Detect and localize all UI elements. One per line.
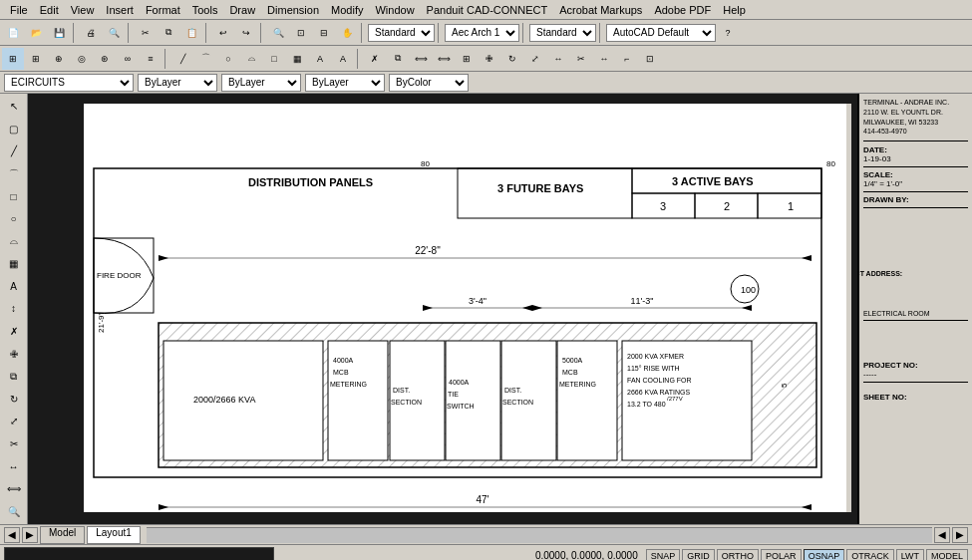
- select-tool[interactable]: ▢: [3, 119, 25, 140]
- move-tool[interactable]: ✙: [479, 48, 500, 70]
- polyline-left[interactable]: ⌒: [3, 163, 25, 185]
- rotate-left[interactable]: ↻: [3, 389, 25, 411]
- line-left[interactable]: ╱: [3, 140, 25, 162]
- hatch-left[interactable]: ▦: [3, 253, 25, 275]
- circle-left[interactable]: ○: [3, 208, 25, 230]
- stretch-tool[interactable]: ↔: [547, 48, 569, 70]
- rect-tool[interactable]: □: [263, 48, 285, 70]
- snap-btn[interactable]: SNAP: [646, 549, 681, 561]
- redo-button[interactable]: ↪: [235, 22, 257, 44]
- offset-tool[interactable]: ⟺: [433, 48, 455, 70]
- model-btn[interactable]: MODEL: [926, 549, 968, 561]
- text-tool[interactable]: A: [309, 48, 331, 70]
- ortho-toggle[interactable]: ⊕: [48, 48, 70, 70]
- dim-left[interactable]: ↕: [3, 298, 25, 320]
- model-tab[interactable]: Model: [40, 526, 85, 544]
- plot-style-dropdown[interactable]: ByColor: [389, 74, 469, 92]
- rotate-tool[interactable]: ↻: [501, 48, 523, 70]
- style-combo[interactable]: Standard: [529, 24, 596, 42]
- text-left[interactable]: A: [3, 276, 25, 298]
- ortho-btn[interactable]: ORTHO: [717, 549, 759, 561]
- scale-left[interactable]: ⤢: [3, 411, 25, 432]
- polar-toggle[interactable]: ◎: [71, 48, 93, 70]
- tab-scroll-right[interactable]: ▶: [952, 527, 968, 543]
- next-tab-btn[interactable]: ▶: [22, 527, 38, 543]
- move-left[interactable]: ✙: [3, 343, 25, 365]
- explode-tool[interactable]: ⊡: [639, 48, 661, 70]
- fillet-tool[interactable]: ⌐: [616, 48, 638, 70]
- menu-help[interactable]: Help: [717, 3, 752, 17]
- copy-left[interactable]: ⧉: [3, 366, 25, 388]
- zoom-left[interactable]: 🔍: [3, 500, 25, 522]
- zoom-realtime[interactable]: 🔍: [267, 22, 289, 44]
- copy-tool[interactable]: ⧉: [387, 48, 409, 70]
- menu-adobe-pdf[interactable]: Adobe PDF: [648, 3, 717, 17]
- grid-btn[interactable]: GRID: [682, 549, 715, 561]
- hatch-tool[interactable]: ▦: [286, 48, 308, 70]
- lineweight-dropdown[interactable]: ByLayer: [305, 74, 385, 92]
- mirror-left[interactable]: ⟺: [3, 478, 25, 500]
- scale-tool[interactable]: ⤢: [524, 48, 546, 70]
- undo-button[interactable]: ↩: [212, 22, 234, 44]
- print-button[interactable]: 🖨: [80, 22, 102, 44]
- grid-toggle[interactable]: ⊞: [25, 48, 47, 70]
- drawing-area[interactable]: DISTRIBUTION PANELS 3 FUTURE BAYS 3 ACTI…: [28, 94, 857, 524]
- lwt-btn[interactable]: LWT: [896, 549, 924, 561]
- prev-tab-btn[interactable]: ◀: [4, 527, 20, 543]
- copy-button[interactable]: ⧉: [158, 22, 179, 44]
- arc-tool[interactable]: ⌓: [240, 48, 262, 70]
- menu-cad-connect[interactable]: Panduit CAD-CONNECT: [421, 3, 554, 17]
- circle-tool[interactable]: ○: [217, 48, 239, 70]
- pan-button[interactable]: ✋: [336, 22, 358, 44]
- menu-draw[interactable]: Draw: [223, 3, 261, 17]
- snap-toggle[interactable]: ⊞: [2, 48, 24, 70]
- layer-dropdown[interactable]: ECIRCUITS: [4, 74, 134, 92]
- otrack-toggle[interactable]: ∞: [117, 48, 139, 70]
- menu-window[interactable]: Window: [369, 3, 420, 17]
- print-preview-button[interactable]: 🔍: [103, 22, 125, 44]
- erase-tool[interactable]: ✗: [364, 48, 386, 70]
- menu-edit[interactable]: Edit: [34, 3, 65, 17]
- annotation-combo[interactable]: Aec Arch 1: [445, 24, 519, 42]
- menu-format[interactable]: Format: [140, 3, 186, 17]
- zoom-window[interactable]: ⊡: [290, 22, 312, 44]
- mtext-tool[interactable]: A: [332, 48, 354, 70]
- menu-modify[interactable]: Modify: [325, 3, 369, 17]
- rect-left[interactable]: □: [3, 185, 25, 207]
- polar-btn[interactable]: POLAR: [761, 549, 802, 561]
- mirror-tool[interactable]: ⟺: [410, 48, 432, 70]
- workspace-combo[interactable]: Standard: [368, 24, 435, 42]
- trim-tool[interactable]: ✂: [570, 48, 592, 70]
- plot-combo[interactable]: AutoCAD Default: [606, 24, 716, 42]
- array-tool[interactable]: ⊞: [456, 48, 478, 70]
- color-dropdown[interactable]: ByLayer: [138, 74, 217, 92]
- paste-button[interactable]: 📋: [180, 22, 202, 44]
- zoom-previous[interactable]: ⊟: [313, 22, 335, 44]
- erase-left[interactable]: ✗: [3, 321, 25, 343]
- menu-insert[interactable]: Insert: [100, 3, 140, 17]
- menu-file[interactable]: File: [4, 3, 34, 17]
- osnap-btn[interactable]: OSNAP: [804, 549, 845, 561]
- menu-dimension[interactable]: Dimension: [261, 3, 325, 17]
- linetype-dropdown[interactable]: ByLayer: [221, 74, 301, 92]
- menu-tools[interactable]: Tools: [186, 3, 224, 17]
- pick-tool[interactable]: ↖: [3, 96, 25, 118]
- tab-scroll-left[interactable]: ◀: [934, 527, 950, 543]
- command-input[interactable]: [4, 547, 274, 561]
- extend-left[interactable]: ↔: [3, 455, 25, 477]
- polyline-tool[interactable]: ⌒: [194, 48, 216, 70]
- menu-acrobat[interactable]: Acrobat Markups: [553, 3, 648, 17]
- extend-tool[interactable]: ↔: [593, 48, 615, 70]
- otrack-btn[interactable]: OTRACK: [846, 549, 894, 561]
- trim-left[interactable]: ✂: [3, 433, 25, 455]
- arc-left[interactable]: ⌓: [3, 230, 25, 252]
- open-button[interactable]: 📂: [25, 22, 47, 44]
- menu-view[interactable]: View: [65, 3, 101, 17]
- new-button[interactable]: 📄: [2, 22, 24, 44]
- osnap-toggle[interactable]: ⊛: [94, 48, 116, 70]
- lwt-toggle[interactable]: ≡: [140, 48, 162, 70]
- layout1-tab[interactable]: Layout1: [87, 526, 141, 544]
- cut-button[interactable]: ✂: [135, 22, 157, 44]
- help-button[interactable]: ?: [717, 22, 739, 44]
- line-tool[interactable]: ╱: [171, 48, 193, 70]
